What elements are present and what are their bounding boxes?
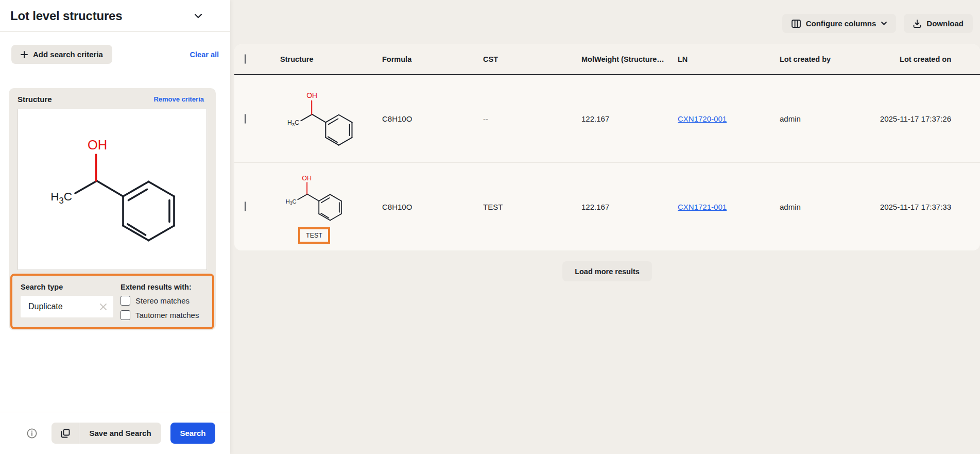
methyl-label: H3C: [50, 190, 72, 205]
cst-cell: TEST: [473, 203, 571, 211]
sidebar-header: Lot level structures: [0, 0, 230, 32]
page-title: Lot level structures: [10, 9, 122, 23]
created-by-cell: admin: [769, 203, 856, 211]
configure-columns-label: Configure columns: [806, 19, 876, 28]
methyl-label: H3C: [286, 198, 297, 206]
chevron-down-icon: [194, 13, 202, 19]
tautomer-matches-option[interactable]: Tautomer matches: [121, 310, 199, 320]
results-area: Configure columns Download Structure For…: [230, 0, 980, 454]
criteria-actions-row: Add search criteria Clear all: [11, 45, 219, 64]
structure-cell: OH H3C TEST: [270, 170, 372, 244]
save-button-group: Save and Search: [51, 423, 161, 444]
column-header-molweight: MolWeight (Structure…: [571, 55, 667, 63]
save-and-search-button[interactable]: Save and Search: [79, 423, 161, 444]
select-all-checkbox[interactable]: [245, 54, 246, 64]
tautomer-matches-label: Tautomer matches: [135, 311, 199, 320]
lot-number-link[interactable]: CXN1720-001: [678, 114, 727, 123]
results-toolbar: Configure columns Download: [230, 0, 980, 44]
search-type-label: Search type: [21, 283, 113, 291]
created-by-cell: admin: [769, 114, 856, 123]
results-table: Structure Formula CST MolWeight (Structu…: [234, 44, 980, 250]
stereo-matches-label: Stereo matches: [135, 296, 190, 305]
chevron-down-icon: [881, 22, 887, 25]
hydroxyl-label: OH: [88, 138, 107, 152]
search-sidebar: Lot level structures Add search criteria…: [0, 0, 230, 454]
add-search-criteria-button[interactable]: Add search criteria: [11, 45, 112, 64]
structure-cell: OH H3C: [270, 86, 372, 152]
column-header-structure: Structure: [270, 55, 372, 63]
search-button[interactable]: Search: [170, 423, 215, 444]
remove-criteria-button[interactable]: Remove criteria: [153, 95, 204, 103]
add-search-criteria-label: Add search criteria: [33, 50, 103, 59]
lot-number-link[interactable]: CXN1721-001: [678, 203, 727, 211]
download-icon: [913, 20, 921, 28]
download-button[interactable]: Download: [904, 14, 973, 33]
load-more-button[interactable]: Load more results: [562, 261, 652, 281]
formula-cell: C8H10O: [372, 203, 473, 211]
column-header-formula: Formula: [372, 55, 473, 63]
column-header-created-by: Lot created by: [769, 55, 856, 63]
load-more-container: Load more results: [234, 250, 980, 281]
plus-icon: [21, 51, 28, 58]
search-type-select[interactable]: Duplicate: [21, 296, 113, 317]
clear-search-type-icon[interactable]: [99, 303, 107, 311]
stereo-matches-option[interactable]: Stereo matches: [121, 296, 199, 306]
download-label: Download: [926, 19, 964, 28]
cst-cell: --: [473, 114, 571, 123]
molecule-structure-image: OH H3C: [280, 86, 360, 152]
duplicate-search-button[interactable]: [51, 423, 79, 444]
structure-criteria-panel: Structure Remove criteria: [9, 88, 216, 330]
structure-tag-badge: TEST: [298, 227, 330, 244]
methyl-label: H3C: [287, 119, 299, 127]
created-on-cell: 2025-11-17 17:37:33: [856, 203, 980, 211]
table-row: OH H3C TEST C8H10O TEST 122.167 CXN1721-…: [234, 163, 980, 250]
tautomer-matches-checkbox[interactable]: [121, 310, 130, 320]
formula-cell: C8H10O: [372, 114, 473, 123]
info-button[interactable]: [25, 426, 39, 441]
columns-icon: [792, 20, 801, 28]
extend-results-label: Extend results with:: [121, 283, 199, 291]
sidebar-footer: Save and Search Search: [0, 412, 230, 454]
column-header-cst: CST: [473, 55, 571, 63]
stereo-matches-checkbox[interactable]: [121, 296, 130, 306]
criteria-title: Structure: [18, 95, 52, 104]
molecule-structure-image: OH H3C: [35, 125, 190, 254]
row-checkbox[interactable]: [245, 201, 246, 211]
molweight-cell: 122.167: [571, 114, 667, 123]
column-header-created-on: Lot created on: [856, 55, 980, 63]
table-header-row: Structure Formula CST MolWeight (Structu…: [234, 44, 980, 75]
molecule-structure-image: OH H3C: [280, 170, 348, 226]
search-type-value: Duplicate: [28, 302, 63, 311]
table-row: OH H3C C8H10O -- 122.167 CXN1720-001 adm…: [234, 75, 980, 163]
configure-columns-button[interactable]: Configure columns: [782, 14, 897, 33]
collapse-panel-button[interactable]: [192, 11, 204, 21]
row-checkbox[interactable]: [245, 114, 246, 124]
search-type-highlight-box: Search type Duplicate Extend results wit…: [10, 274, 214, 329]
info-icon: [27, 428, 37, 439]
created-on-cell: 2025-11-17 17:37:26: [856, 114, 980, 123]
clear-all-button[interactable]: Clear all: [190, 51, 219, 59]
column-header-ln: LN: [667, 55, 769, 63]
hydroxyl-label: OH: [302, 175, 312, 182]
molweight-cell: 122.167: [571, 203, 667, 211]
copy-icon: [61, 429, 70, 438]
structure-editor-canvas[interactable]: OH H3C: [18, 109, 207, 270]
hydroxyl-label: OH: [306, 91, 317, 99]
